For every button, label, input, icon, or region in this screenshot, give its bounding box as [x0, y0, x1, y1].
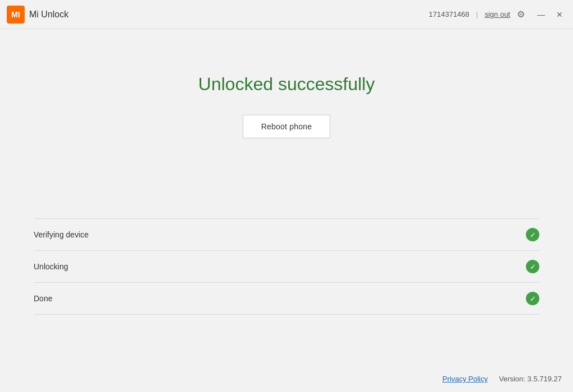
step-unlocking: Unlocking ✓ — [34, 251, 539, 283]
close-button[interactable]: ✕ — [553, 9, 566, 20]
gear-icon[interactable]: ⚙ — [515, 7, 527, 22]
step-label: Verifying device — [34, 230, 89, 239]
success-title: Unlocked successfully — [198, 74, 375, 95]
app-title: Mi Unlock — [29, 10, 68, 20]
user-id: 1714371468 — [429, 10, 469, 18]
minimize-button[interactable]: — — [534, 9, 548, 20]
step-label: Done — [34, 294, 52, 303]
footer: Privacy Policy Version: 3.5.719.27 — [442, 375, 562, 383]
step-verifying-device: Verifying device ✓ — [34, 218, 539, 251]
title-bar-right: 1714371468 | sign out ⚙ — ✕ — [429, 7, 566, 22]
step-label: Unlocking — [34, 262, 68, 271]
window-controls: — ✕ — [534, 9, 566, 20]
steps-section: Verifying device ✓ Unlocking ✓ Done ✓ — [34, 218, 539, 315]
check-icon-done: ✓ — [526, 292, 539, 305]
reboot-button[interactable]: Reboot phone — [243, 115, 330, 138]
privacy-policy-link[interactable]: Privacy Policy — [442, 375, 488, 383]
step-done: Done ✓ — [34, 283, 539, 315]
sign-out-link[interactable]: sign out — [484, 10, 510, 18]
main-content: Unlocked successfully Reboot phone — [0, 29, 573, 138]
check-icon-verifying: ✓ — [526, 228, 539, 241]
check-icon-unlocking: ✓ — [526, 260, 539, 273]
mi-logo: MI — [7, 6, 25, 24]
divider: | — [476, 10, 478, 18]
version-text: Version: 3.5.719.27 — [499, 375, 562, 383]
title-bar-left: MI Mi Unlock — [7, 6, 68, 24]
title-bar: MI Mi Unlock 1714371468 | sign out ⚙ — ✕ — [0, 0, 573, 29]
